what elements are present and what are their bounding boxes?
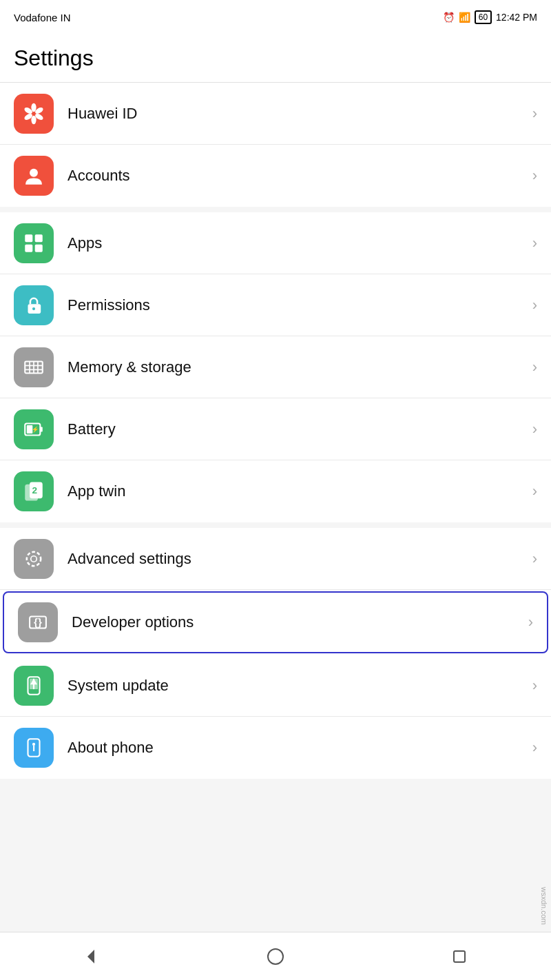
svg-rect-20: [40, 427, 42, 431]
settings-item-apps[interactable]: Apps›: [0, 212, 551, 274]
permissions-chevron: ›: [532, 296, 537, 314]
settings-item-accounts[interactable]: Accounts›: [0, 145, 551, 207]
app-twin-label: App twin: [67, 482, 526, 500]
settings-item-permissions[interactable]: Permissions›: [0, 274, 551, 336]
svg-point-3: [31, 115, 36, 124]
nav-bar: [0, 932, 551, 980]
signal-icon: 📶: [459, 12, 470, 23]
back-button[interactable]: [74, 939, 109, 974]
svg-point-37: [32, 743, 35, 746]
gear-icon: [14, 539, 54, 579]
settings-item-app-twin[interactable]: 2App twin›: [0, 460, 551, 522]
settings-item-battery[interactable]: ⚡Battery›: [0, 398, 551, 460]
developer-options-label: Developer options: [72, 613, 521, 631]
svg-rect-9: [25, 244, 32, 252]
carrier-label: Vodafone IN: [14, 12, 71, 23]
svg-point-6: [30, 169, 38, 177]
battery-indicator: 60: [475, 10, 492, 24]
developer-options-chevron: ›: [528, 613, 533, 631]
battery-chevron: ›: [532, 420, 537, 438]
system-update-label: System update: [67, 677, 526, 695]
time-label: 12:42 PM: [496, 12, 537, 23]
battery-icon: ⚡: [14, 409, 54, 449]
svg-text:2: 2: [32, 485, 37, 496]
update-icon: [14, 666, 54, 706]
svg-point-12: [32, 307, 35, 309]
settings-content: Huawei ID›Accounts›Apps›Permissions›Memo…: [0, 83, 551, 839]
about-phone-label: About phone: [67, 739, 526, 757]
app-twin-chevron: ›: [532, 482, 537, 500]
apps-icon: [14, 223, 54, 263]
system-update-chevron: ›: [532, 677, 537, 695]
apps-chevron: ›: [532, 234, 537, 252]
page-title: Settings: [14, 45, 537, 71]
settings-item-advanced-settings[interactable]: Advanced settings›: [0, 528, 551, 590]
alarm-icon: ⏰: [443, 12, 455, 23]
svg-marker-38: [87, 950, 94, 963]
huawei-icon: [14, 94, 54, 134]
svg-rect-7: [25, 234, 32, 242]
home-button[interactable]: [258, 939, 293, 974]
svg-text:⚡: ⚡: [32, 426, 39, 433]
svg-point-28: [32, 556, 37, 561]
apptwin-icon: 2: [14, 471, 54, 511]
memory-icon: [14, 347, 54, 387]
memory-storage-chevron: ›: [532, 358, 537, 376]
permissions-icon: [14, 285, 54, 325]
account-icon: [14, 156, 54, 196]
about-icon: i: [14, 728, 54, 768]
huawei-id-chevron: ›: [532, 105, 537, 123]
accounts-label: Accounts: [67, 167, 526, 185]
settings-item-huawei-id[interactable]: Huawei ID›: [0, 83, 551, 145]
settings-item-developer-options[interactable]: {}Developer options›: [3, 591, 548, 653]
settings-item-about-phone[interactable]: iAbout phone›: [0, 717, 551, 779]
svg-rect-8: [35, 234, 43, 242]
accounts-chevron: ›: [532, 167, 537, 185]
svg-rect-10: [35, 244, 43, 252]
advanced-settings-chevron: ›: [532, 550, 537, 568]
battery-label: Battery: [67, 420, 526, 438]
status-bar: Vodafone IN ⏰ 📶 60 12:42 PM: [0, 0, 551, 34]
svg-point-0: [31, 103, 36, 112]
developer-icon: {}: [18, 602, 58, 642]
page-header: Settings: [0, 34, 551, 83]
apps-label: Apps: [67, 234, 526, 252]
watermark: wsxdn.com: [540, 887, 548, 925]
settings-group-3: Advanced settings›{}Developer options›Sy…: [0, 528, 551, 779]
svg-rect-40: [454, 951, 465, 962]
permissions-label: Permissions: [67, 296, 526, 314]
settings-group-1: Huawei ID›Accounts›: [0, 83, 551, 207]
status-icons: ⏰ 📶 60 12:42 PM: [443, 10, 537, 24]
settings-item-system-update[interactable]: System update›: [0, 655, 551, 717]
settings-item-memory-storage[interactable]: Memory & storage›: [0, 336, 551, 398]
svg-text:{}: {}: [34, 616, 42, 628]
about-phone-chevron: ›: [532, 739, 537, 757]
recent-button[interactable]: [442, 939, 477, 974]
svg-point-39: [268, 949, 283, 964]
memory-storage-label: Memory & storage: [67, 358, 526, 376]
settings-group-2: Apps›Permissions›Memory & storage›⚡Batte…: [0, 212, 551, 522]
advanced-settings-label: Advanced settings: [67, 550, 526, 568]
huawei-id-label: Huawei ID: [67, 105, 526, 123]
